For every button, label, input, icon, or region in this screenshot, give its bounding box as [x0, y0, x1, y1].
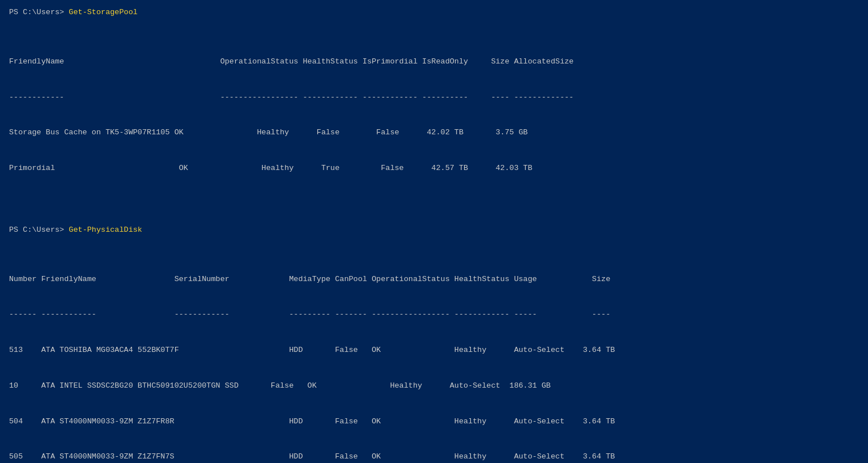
command-1: Get-StoragePool — [69, 8, 138, 16]
prompt-1: PS C:\Users> — [9, 8, 69, 16]
storage-pool-row-0: Storage Bus Cache on TK5-3WP07R1105 OK H… — [9, 127, 859, 139]
physical-disk-divider: ------ ------------ ------------ -------… — [9, 309, 859, 321]
storage-pool-divider: ------------ ----------------- ---------… — [9, 92, 859, 104]
physical-disk-row-2: 504 ATA ST4000NM0033-9ZM Z1Z7FR8R HDD Fa… — [9, 416, 859, 428]
physical-disk-table: Number FriendlyName SerialNumber MediaTy… — [9, 250, 859, 463]
physical-disk-row-3: 505 ATA ST4000NM0033-9ZM Z1Z7FN7S HDD Fa… — [9, 451, 859, 463]
storage-pool-command-line: PS C:\Users> Get-StoragePool — [9, 7, 859, 19]
storage-pool-row-1: Primordial OK Healthy True False 42.57 T… — [9, 163, 859, 175]
physical-disk-command-line: PS C:\Users> Get-PhysicalDisk — [9, 224, 859, 236]
storage-pool-section: PS C:\Users> Get-StoragePool FriendlyNam… — [9, 7, 859, 198]
physical-disk-row-0: 513 ATA TOSHIBA MG03ACA4 552BK0T7F HDD F… — [9, 345, 859, 356]
physical-disk-row-1: 10 ATA INTEL SSDSC2BG20 BTHC509102U5200T… — [9, 380, 859, 392]
prompt-2: PS C:\Users> — [9, 226, 69, 234]
terminal-window: PS C:\Users> Get-StoragePool FriendlyNam… — [9, 7, 859, 463]
physical-disk-section: PS C:\Users> Get-PhysicalDisk Number Fri… — [9, 224, 859, 463]
storage-pool-table: FriendlyName OperationalStatus HealthSta… — [9, 32, 859, 198]
storage-pool-headers: FriendlyName OperationalStatus HealthSta… — [9, 56, 859, 68]
command-2: Get-PhysicalDisk — [69, 226, 142, 234]
physical-disk-headers: Number FriendlyName SerialNumber MediaTy… — [9, 274, 859, 286]
